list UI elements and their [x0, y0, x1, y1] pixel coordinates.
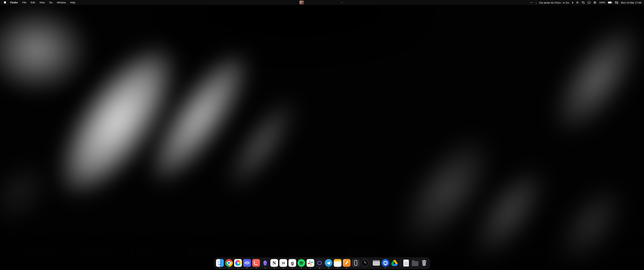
iphone-mirroring-icon	[352, 259, 360, 267]
dock-app-slack[interactable]	[306, 259, 314, 267]
menu-file[interactable]: File	[20, 0, 28, 5]
screen-studio-icon	[316, 259, 323, 267]
menubar-ellipsis-icon[interactable]: ⋯	[340, 0, 343, 5]
discord-icon	[243, 259, 251, 267]
dock-app-notion-calendar[interactable]: 10	[280, 259, 287, 267]
dock-app-google-drive[interactable]	[390, 259, 398, 267]
obsidian-icon	[261, 259, 269, 267]
wallpaper-streak	[523, 152, 644, 270]
dock-app-chrome[interactable]	[225, 259, 233, 267]
desktop-wallpaper	[0, 0, 644, 270]
wallpaper-streak	[355, 89, 537, 270]
photos-icon	[234, 259, 242, 267]
control-center-icon[interactable]	[615, 1, 618, 4]
calendar-date-glyph: 10	[282, 261, 285, 265]
document-icon	[403, 259, 409, 266]
display-icon[interactable]	[588, 1, 591, 4]
dock-app-iphone-mirroring[interactable]	[352, 259, 360, 267]
raycast-icon	[252, 259, 260, 267]
dock-app-photos[interactable]	[234, 259, 242, 267]
menubar-clock[interactable]: Mon 10 Mar 17:58	[621, 1, 641, 4]
chrome-icon	[225, 259, 233, 267]
google-drive-icon	[390, 259, 398, 267]
menu-bar: Finder File Edit View Go Window Help ⋯ •…	[0, 0, 644, 5]
finder-icon	[216, 259, 224, 267]
notion-glyph: N	[272, 261, 276, 265]
slack-icon	[306, 259, 314, 267]
dollar-icon[interactable]: $	[572, 1, 573, 4]
wallpaper-streak	[196, 65, 328, 224]
dock-app-discord[interactable]	[243, 259, 251, 267]
wallpaper-dark-patch	[134, 0, 453, 57]
dock-app-obsidian[interactable]	[261, 259, 269, 267]
menu-go[interactable]: Go	[47, 0, 55, 5]
dock-app-pages[interactable]	[343, 259, 350, 267]
dock-app-1password[interactable]	[382, 259, 389, 267]
now-playing-thumbnail[interactable]	[300, 1, 304, 4]
upcoming-event-reminder[interactable]: Dar jantar do Chico - in 2m	[539, 1, 569, 4]
dock-app-spotify[interactable]	[298, 259, 305, 267]
wallpaper-streak	[3, 0, 232, 254]
battery-icon[interactable]	[608, 1, 612, 4]
apple-menu[interactable]	[0, 1, 8, 4]
dock-minimized-window[interactable]	[372, 259, 380, 267]
dock-app-raycast[interactable]	[252, 259, 260, 267]
dock-file-document[interactable]	[402, 259, 410, 267]
screen-mirroring-icon[interactable]	[582, 1, 585, 4]
granola-glyph: g	[291, 261, 294, 265]
wallpaper-streak	[0, 132, 78, 255]
menu-edit[interactable]: Edit	[28, 0, 37, 5]
dock-app-telegram[interactable]	[325, 259, 332, 267]
dock-app-finder[interactable]	[216, 259, 224, 267]
dock-app-notion[interactable]: N	[270, 259, 278, 267]
minimized-window-thumbnail	[373, 260, 380, 266]
gear-icon[interactable]	[576, 1, 579, 4]
pages-icon	[343, 259, 350, 267]
more-menu-extras-icon[interactable]: •••	[530, 2, 533, 4]
1password-icon	[382, 259, 389, 267]
notes-icon	[334, 259, 342, 267]
battery-percentage: 100%	[599, 1, 605, 4]
menu-window[interactable]: Window	[55, 0, 68, 5]
dock-app-clock[interactable]	[361, 259, 368, 267]
dock-folder-downloads[interactable]	[411, 259, 419, 267]
wallpaper-streak	[108, 8, 291, 227]
dock-app-granola[interactable]: g	[288, 259, 296, 267]
wallpaper-streak	[0, 0, 112, 113]
dock-trash[interactable]	[420, 259, 428, 267]
dock-app-screen-studio[interactable]	[316, 259, 323, 267]
notion-calendar-icon: 10	[280, 259, 287, 267]
downloads-folder-icon	[412, 260, 418, 266]
clock-icon	[361, 259, 368, 267]
menubar-status-area: ••• | Dar jantar do Chico - in 2m $	[530, 1, 644, 4]
telegram-icon	[325, 259, 332, 267]
dock-separator	[370, 259, 371, 267]
dock: N 10 g	[214, 257, 430, 269]
notion-icon: N	[270, 259, 278, 267]
trash-icon	[420, 259, 428, 267]
dock-app-notes[interactable]	[334, 259, 342, 267]
status-divider: |	[536, 1, 536, 4]
globe-icon[interactable]	[593, 1, 596, 4]
menu-view[interactable]: View	[37, 0, 47, 5]
spotify-icon	[298, 259, 305, 267]
granola-icon: g	[288, 259, 296, 267]
menu-help[interactable]: Help	[68, 0, 78, 5]
wallpaper-streak	[511, 0, 644, 178]
wallpaper-streak	[435, 130, 582, 270]
menu-finder[interactable]: Finder	[8, 0, 20, 5]
apple-logo-icon	[4, 1, 6, 4]
